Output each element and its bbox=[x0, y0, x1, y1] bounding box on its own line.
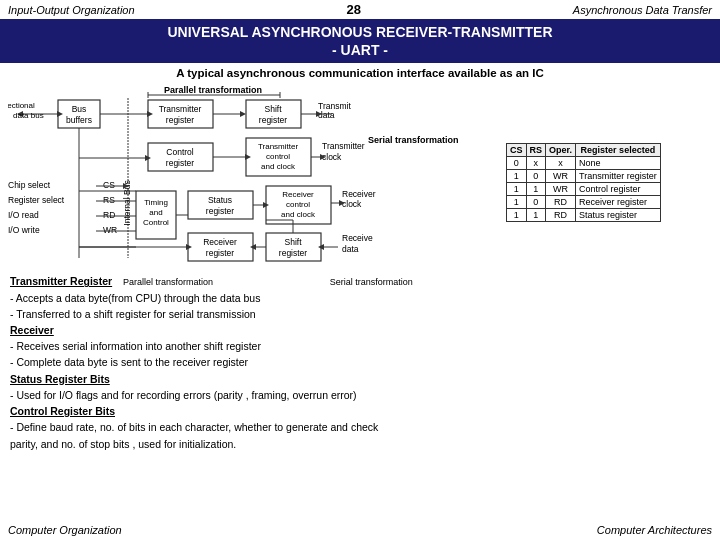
rd-label: RD bbox=[103, 210, 115, 220]
bidir-bus-label1: Bidirectional bbox=[8, 101, 35, 110]
description-line: - Define baud rate, no. of bits in each … bbox=[10, 420, 710, 435]
table-cell: 0 bbox=[507, 157, 527, 170]
table-cell: x bbox=[546, 157, 576, 170]
status-register-box: Status bbox=[208, 195, 232, 205]
parallel-label: Parallel transformation bbox=[164, 85, 262, 95]
register-table-container: CS RS Oper. Register selected 0xxNone10W… bbox=[502, 83, 712, 270]
description-line: - Accepts a data byte(from CPU) through … bbox=[10, 291, 710, 306]
diagram-area: Parallel transformation Transmit data Tr… bbox=[8, 83, 712, 270]
table-cell: 0 bbox=[526, 170, 546, 183]
description-line: - Transferred to a shift register for se… bbox=[10, 307, 710, 322]
svg-text:control: control bbox=[286, 200, 310, 209]
description-block: Transmitter Register Parallel transforma… bbox=[8, 274, 712, 451]
table-cell: Receiver register bbox=[576, 196, 661, 209]
svg-text:clock: clock bbox=[342, 199, 362, 209]
table-row: 11WRControl register bbox=[507, 183, 661, 196]
svg-text:register: register bbox=[206, 248, 235, 258]
transmit-data-label2: data bbox=[318, 110, 335, 120]
serial-transform-note: Serial transformation bbox=[330, 277, 413, 287]
description-line: Control Register Bits bbox=[10, 404, 710, 419]
table-header-oper: Oper. bbox=[546, 144, 576, 157]
footer: Computer Organization Computer Architect… bbox=[0, 524, 720, 536]
cs-label: CS bbox=[103, 180, 115, 190]
svg-text:register: register bbox=[166, 115, 195, 125]
timing-control-box: Timing bbox=[144, 198, 168, 207]
description-line: - Receives serial information into anoth… bbox=[10, 339, 710, 354]
table-cell: Control register bbox=[576, 183, 661, 196]
svg-text:buffers: buffers bbox=[66, 115, 92, 125]
svg-text:Control: Control bbox=[143, 218, 169, 227]
table-cell: 1 bbox=[507, 209, 527, 222]
io-write-label: I/O write bbox=[8, 225, 40, 235]
table-row: 0xxNone bbox=[507, 157, 661, 170]
receive-data-label1: Receive bbox=[342, 233, 373, 243]
svg-text:and clock: and clock bbox=[281, 210, 316, 219]
diagram-svg: Parallel transformation Transmit data Tr… bbox=[8, 83, 498, 270]
description-lines: - Accepts a data byte(from CPU) through … bbox=[10, 291, 710, 452]
chip-select-label: Chip select bbox=[8, 180, 51, 190]
io-read-label: I/O read bbox=[8, 210, 39, 220]
footer-left: Computer Organization bbox=[8, 524, 122, 536]
table-cell: RD bbox=[546, 209, 576, 222]
svg-marker-6 bbox=[240, 111, 246, 117]
table-cell: RD bbox=[546, 196, 576, 209]
rx-ctrl-clock-box: Receiver bbox=[282, 190, 314, 199]
svg-text:control: control bbox=[266, 152, 290, 161]
table-cell: WR bbox=[546, 183, 576, 196]
header-center: 28 bbox=[346, 2, 360, 17]
description-line: - Used for I/O flags and for recording e… bbox=[10, 388, 710, 403]
receiver-register-box: Receiver bbox=[203, 237, 237, 247]
title-block: UNIVERSAL ASYNCHRONOUS RECEIVER-TRANSMIT… bbox=[0, 19, 720, 63]
title-line2: - UART - bbox=[0, 41, 720, 59]
table-row: 10WRTransmitter register bbox=[507, 170, 661, 183]
table-cell: 1 bbox=[507, 183, 527, 196]
table-cell: WR bbox=[546, 170, 576, 183]
table-row: 10RDReceiver register bbox=[507, 196, 661, 209]
table-header-cs: CS bbox=[507, 144, 527, 157]
table-row: 11RDStatus register bbox=[507, 209, 661, 222]
rx-clock-label: Receiver bbox=[342, 189, 376, 199]
register-select-table: CS RS Oper. Register selected 0xxNone10W… bbox=[506, 143, 661, 222]
section-heading: A typical asynchronous communication int… bbox=[8, 67, 712, 79]
control-register-box: Control bbox=[166, 147, 194, 157]
transmitter-register-title: Transmitter Register bbox=[10, 275, 112, 287]
header-right: Asynchronous Data Transfer bbox=[573, 4, 712, 16]
table-cell: None bbox=[576, 157, 661, 170]
header-left: Input-Output Organization bbox=[8, 4, 135, 16]
main-content: A typical asynchronous communication int… bbox=[0, 63, 720, 456]
table-cell: Transmitter register bbox=[576, 170, 661, 183]
transmitter-register-box: Transmitter bbox=[159, 104, 202, 114]
serial-transform-label: Serial transformation bbox=[368, 135, 459, 145]
table-cell: Status register bbox=[576, 209, 661, 222]
table-cell: 1 bbox=[507, 196, 527, 209]
tx-ctrl-clock-box: Transmitter bbox=[258, 142, 298, 151]
rs-label: RS bbox=[103, 195, 115, 205]
svg-text:register: register bbox=[279, 248, 308, 258]
table-cell: 1 bbox=[526, 209, 546, 222]
table-cell: 0 bbox=[526, 196, 546, 209]
svg-text:register: register bbox=[259, 115, 288, 125]
description-line: parity, and no. of stop bits , used for … bbox=[10, 437, 710, 452]
header: Input-Output Organization 28 Asynchronou… bbox=[0, 0, 720, 19]
svg-text:and: and bbox=[149, 208, 162, 217]
svg-text:register: register bbox=[206, 206, 235, 216]
description-line: Status Register Bits bbox=[10, 372, 710, 387]
bidir-bus-label2: data bus bbox=[13, 111, 44, 120]
receive-data-label2: data bbox=[342, 244, 359, 254]
tx-clock-label: Transmitter bbox=[322, 141, 365, 151]
svg-text:register: register bbox=[166, 158, 195, 168]
bus-buffers-box: Bus bbox=[72, 104, 87, 114]
description-line: Receiver bbox=[10, 323, 710, 338]
title-line1: UNIVERSAL ASYNCHRONOUS RECEIVER-TRANSMIT… bbox=[0, 23, 720, 41]
table-cell: 1 bbox=[507, 170, 527, 183]
footer-right: Computer Architectures bbox=[597, 524, 712, 536]
shift-register-top-box: Shift bbox=[264, 104, 282, 114]
table-cell: x bbox=[526, 157, 546, 170]
svg-text:and clock: and clock bbox=[261, 162, 296, 171]
table-header-rs: RS bbox=[526, 144, 546, 157]
table-header-reg: Register selected bbox=[576, 144, 661, 157]
table-cell: 1 bbox=[526, 183, 546, 196]
shift-register-bottom-box: Shift bbox=[284, 237, 302, 247]
parallel-transform-note: Parallel transformation bbox=[123, 277, 213, 287]
block-diagram: Parallel transformation Transmit data Tr… bbox=[8, 83, 498, 268]
